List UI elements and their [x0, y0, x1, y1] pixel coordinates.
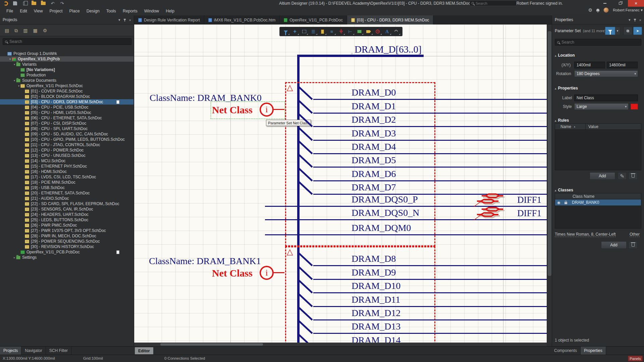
- classes-table[interactable]: Class Name ◉DRAM_BANK0: [555, 193, 641, 229]
- tree-item-document[interactable]: [20] - ETHERNET, SATA.SchDoc: [0, 190, 133, 196]
- rules-edit-button[interactable]: ✎: [618, 172, 627, 180]
- properties-search[interactable]: [555, 39, 641, 46]
- tree-item-document[interactable]: [26] - PWR PMIC.SchDoc: [0, 223, 133, 228]
- net-label-DRAM_DQM0[interactable]: DRAM_DQM0: [352, 223, 411, 233]
- chevron-expanded-icon[interactable]: ▾: [13, 63, 16, 66]
- panel-close-icon[interactable]: ×: [639, 18, 641, 22]
- net-label-DRAM_D3[interactable]: DRAM_D3: [352, 128, 396, 139]
- open-folder-icon[interactable]: [31, 1, 37, 6]
- wire-DRAM_D8[interactable]: [313, 265, 547, 266]
- tree-item-document[interactable]: [27] - PWR 1V375 OPT, 3V3 OPT.SchDoc: [0, 228, 133, 233]
- section-classes[interactable]: Classes: [555, 188, 573, 192]
- doc-tab-3[interactable]: [03] - CPU - DDR3, DDR3 MEM.SchDoc: [347, 15, 433, 24]
- align-icon[interactable]: ☰: [309, 27, 318, 36]
- chevron-expanded-icon[interactable]: ▾: [13, 79, 16, 82]
- panel-dropdown-icon[interactable]: ▾: [118, 18, 120, 22]
- move-icon[interactable]: +: [290, 27, 299, 36]
- net-label-DRAM_D7[interactable]: DRAM_D7: [352, 182, 396, 193]
- y-field[interactable]: [607, 62, 638, 68]
- tree-item[interactable]: Project Group 1.DsnWrk: [0, 51, 133, 56]
- place-arc-icon[interactable]: [392, 27, 401, 36]
- visibility-eye-icon[interactable]: ◉: [555, 200, 562, 205]
- select-cursor-button[interactable]: ➤: [633, 27, 642, 35]
- tab-sch-filter[interactable]: SCH Filter: [46, 347, 71, 355]
- place-ground-icon[interactable]: [336, 27, 345, 36]
- menu-place[interactable]: Place: [66, 8, 83, 14]
- menu-project[interactable]: Project: [47, 8, 66, 14]
- filter-dropdown-button[interactable]: ▾: [605, 27, 620, 35]
- tree-item-document[interactable]: [11] - CPU - JTAG, CONTROL.SchDoc: [0, 142, 133, 147]
- tree-item-document[interactable]: [15] - ETHERNET PHY.SchDoc: [0, 164, 133, 169]
- tree-item-document[interactable]: [23] - SENSORS, CAN, IR.SchDoc: [0, 206, 133, 212]
- menu-edit[interactable]: Edit: [17, 8, 30, 14]
- close-button[interactable]: ×: [628, 0, 644, 7]
- wire-DRAM_D5[interactable]: [313, 167, 547, 168]
- undo-icon[interactable]: ↶: [50, 1, 56, 6]
- wire-DRAM_D2[interactable]: [313, 126, 547, 127]
- tree-item[interactable]: ▾OpenRex_V1I1.PrjPcb: [0, 56, 133, 62]
- save-project-icon[interactable]: ▤: [5, 28, 9, 33]
- menu-tools[interactable]: Tools: [103, 8, 119, 14]
- copy-icon[interactable]: [21, 1, 28, 6]
- tab-properties[interactable]: Properties: [581, 347, 606, 355]
- net-label-DRAM_D6[interactable]: DRAM_D6: [352, 169, 396, 179]
- bus-horizontal[interactable]: [297, 55, 424, 57]
- tree-item-document[interactable]: ▾OpenRex_V1I1 Project.SchDoc: [0, 83, 133, 88]
- net-label-DRAM_D2[interactable]: DRAM_D2: [352, 114, 396, 125]
- tree-item-document[interactable]: [13] - CPU - UNUSED.SchDoc: [0, 153, 133, 158]
- label-field[interactable]: [574, 95, 638, 101]
- tab-components[interactable]: Components: [551, 347, 581, 355]
- tree-item[interactable]: Production: [0, 72, 133, 78]
- net-label-DRAM_D12[interactable]: DRAM_D12: [352, 308, 400, 318]
- tree-item-document[interactable]: [25] - LEDS, BUTTONS.SchDoc: [0, 217, 133, 223]
- global-search-input[interactable]: [476, 1, 513, 5]
- net-label-DRAM_D5[interactable]: DRAM_D5: [352, 155, 396, 166]
- horizontal-scrollbar-thumb[interactable]: [160, 343, 263, 346]
- rotation-select[interactable]: 180 Degrees▾: [574, 70, 638, 77]
- panel-pin-icon[interactable]: [124, 19, 125, 21]
- tree-item-document[interactable]: [29] - POWER SEQUENCING.SchDoc: [0, 239, 133, 244]
- user-name[interactable]: Robert Feranec ▾: [613, 8, 643, 12]
- rules-col-value[interactable]: Value: [585, 124, 598, 130]
- wire-DRAM_D12[interactable]: [313, 319, 547, 320]
- classes-col-name[interactable]: Class Name: [573, 194, 594, 199]
- projects-search[interactable]: [3, 38, 131, 45]
- tree-item-document[interactable]: [21] - AUDIO.SchDoc: [0, 196, 133, 201]
- place-probe-icon[interactable]: ⊢: [345, 27, 355, 36]
- tree-item-document[interactable]: [14] - MCU.SchDoc: [0, 158, 133, 164]
- global-search[interactable]: [470, 0, 517, 6]
- tree-item[interactable]: ▸Settings: [0, 255, 133, 260]
- properties-search-input[interactable]: [561, 40, 634, 45]
- tree-item-document[interactable]: [01] - COVER PAGE.SchDoc: [0, 88, 133, 94]
- tree-item-document[interactable]: [05] - CPU - HDMI, LVDS.SchDoc: [0, 110, 133, 115]
- net-label-DRAM_D9[interactable]: DRAM_D9: [352, 267, 396, 278]
- wire-DRAM_D10[interactable]: [313, 292, 547, 293]
- vertical-scrollbar-thumb[interactable]: [548, 31, 551, 276]
- diff-pair-label[interactable]: DIFF1: [517, 195, 541, 205]
- chevron-expanded-icon[interactable]: ▾: [17, 84, 20, 87]
- tree-item[interactable]: ▾Source Documents: [0, 78, 133, 83]
- redo-icon[interactable]: ↷: [59, 1, 65, 6]
- select-area-icon[interactable]: [300, 27, 309, 36]
- menu-design[interactable]: Design: [84, 8, 103, 14]
- classes-add-button[interactable]: Add: [601, 241, 627, 249]
- tree-item-document[interactable]: [08] - CPU - SPI, UART.SchDoc: [0, 126, 133, 131]
- tree-item-document[interactable]: [28] - PWR IN, MECH, DOC.SchDoc: [0, 233, 133, 239]
- wire-DRAM_D3[interactable]: [313, 140, 547, 141]
- lock-icon[interactable]: [565, 202, 567, 204]
- classes-delete-button[interactable]: [629, 241, 637, 249]
- diff-pair-directive-icon[interactable]: [474, 206, 511, 221]
- altium-logo-icon[interactable]: [3, 1, 9, 6]
- tree-item-document[interactable]: [22] - SD CARD, SPI, FLASH, EEPROM,.SchD…: [0, 201, 133, 206]
- panel-close-icon[interactable]: ×: [129, 18, 131, 22]
- tree-item-document[interactable]: [17] - LVDS, CSI, LCD, TSC.SchDoc: [0, 174, 133, 180]
- save-icon[interactable]: [12, 1, 18, 6]
- net-label-DRAM_DQS0_N[interactable]: DRAM_DQS0_N: [352, 207, 419, 218]
- classname-bank1[interactable]: ClassName: DRAM_BANK1: [149, 256, 261, 266]
- net-label-DRAM_D0[interactable]: DRAM_D0: [352, 87, 396, 98]
- net-label-DRAM_D8[interactable]: DRAM_D8: [352, 253, 396, 264]
- tree-item-document[interactable]: [16] - HDMI.SchDoc: [0, 169, 133, 174]
- place-text-icon[interactable]: A: [382, 27, 391, 36]
- tree-item[interactable]: ▾Variants: [0, 62, 133, 67]
- chevron-expanded-icon[interactable]: ▾: [8, 58, 12, 61]
